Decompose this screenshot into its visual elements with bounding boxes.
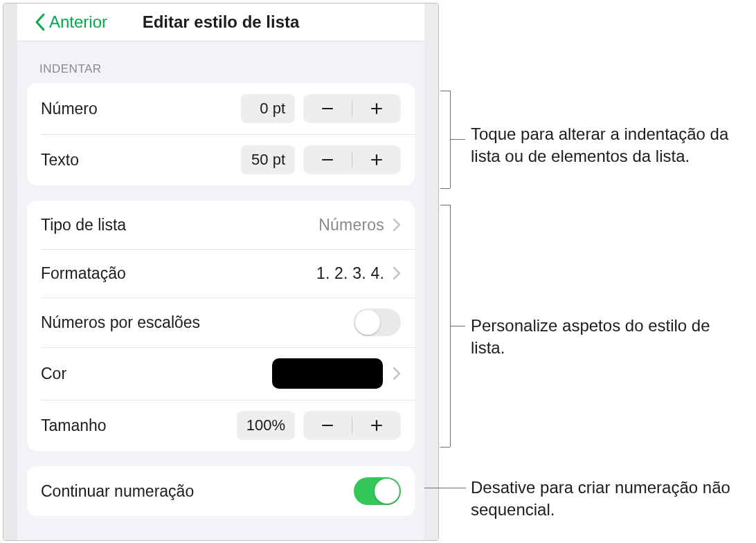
minus-icon [321, 418, 334, 432]
back-button[interactable]: Anterior [34, 12, 107, 32]
format-value: 1. 2. 3. 4. [316, 264, 384, 283]
indent-text-stepper [303, 145, 401, 174]
color-row[interactable]: Cor [27, 347, 415, 400]
panel-edge-right [424, 3, 438, 540]
settings-panel: Anterior Editar estilo de lista INDENTAR… [3, 3, 439, 541]
tiered-label: Números por escalões [41, 313, 354, 332]
plus-icon [370, 153, 384, 167]
panel-header: Anterior Editar estilo de lista [17, 3, 424, 42]
size-value[interactable]: 100% [237, 411, 295, 440]
indent-text-row: Texto 50 pt [27, 134, 415, 185]
chevron-right-icon [393, 218, 401, 232]
size-plus[interactable] [352, 411, 401, 440]
indent-section-header: INDENTAR [27, 48, 415, 83]
panel-edge-left [3, 3, 17, 540]
toggle-knob [375, 479, 399, 504]
continue-card: Continuar numeração [27, 466, 415, 516]
minus-icon [321, 102, 334, 116]
color-label: Cor [41, 365, 272, 383]
callout-tick [440, 205, 450, 205]
callout-tick [440, 188, 450, 189]
plus-icon [370, 102, 384, 116]
callout-customize-text: Personalize aspetos do estilo de lista. [471, 315, 748, 360]
indent-text-minus[interactable] [303, 145, 352, 174]
toggle-knob [355, 310, 380, 335]
callout-connector [450, 139, 465, 140]
continue-row: Continuar numeração [27, 466, 415, 516]
chevron-right-icon [393, 266, 401, 280]
indent-text-value[interactable]: 50 pt [241, 145, 295, 174]
minus-icon [321, 153, 334, 167]
indent-number-label: Número [41, 100, 241, 118]
callout-continue-text: Desative para criar numeração não sequen… [471, 477, 755, 522]
tiered-row: Números por escalões [27, 297, 415, 347]
format-label: Formatação [41, 264, 316, 283]
indent-number-minus[interactable] [303, 94, 352, 123]
tiered-toggle[interactable] [354, 309, 401, 336]
callout-connector [450, 326, 465, 326]
size-label: Tamanho [41, 416, 237, 435]
chevron-left-icon [34, 12, 46, 32]
continue-label: Continuar numeração [41, 482, 354, 501]
list-type-row[interactable]: Tipo de lista Números [27, 201, 415, 249]
format-row[interactable]: Formatação 1. 2. 3. 4. [27, 249, 415, 297]
continue-toggle[interactable] [354, 477, 401, 505]
size-stepper [303, 411, 401, 440]
plus-icon [370, 418, 384, 432]
color-swatch [272, 358, 383, 389]
callout-indent-text: Toque para alterar a indentação da lista… [471, 123, 748, 168]
page-title: Editar estilo de lista [143, 12, 300, 32]
chevron-right-icon [393, 367, 401, 380]
indent-number-row: Número 0 pt [27, 83, 415, 134]
back-label: Anterior [49, 12, 107, 32]
indent-text-plus[interactable] [352, 145, 401, 174]
customize-card: Tipo de lista Números Formatação 1. 2. 3… [27, 201, 415, 451]
indent-text-label: Texto [41, 151, 241, 169]
indent-number-stepper [303, 94, 401, 123]
panel-body: INDENTAR Número 0 pt Texto 50 pt [17, 42, 424, 540]
callout-tick [440, 91, 450, 91]
list-type-value: Números [318, 216, 384, 234]
indent-card: Número 0 pt Texto 50 pt [27, 83, 415, 185]
indent-number-value[interactable]: 0 pt [241, 94, 295, 123]
size-minus[interactable] [303, 411, 352, 440]
size-row: Tamanho 100% [27, 400, 415, 451]
callout-tick [440, 447, 450, 448]
indent-number-plus[interactable] [352, 94, 401, 123]
list-type-label: Tipo de lista [41, 216, 318, 234]
